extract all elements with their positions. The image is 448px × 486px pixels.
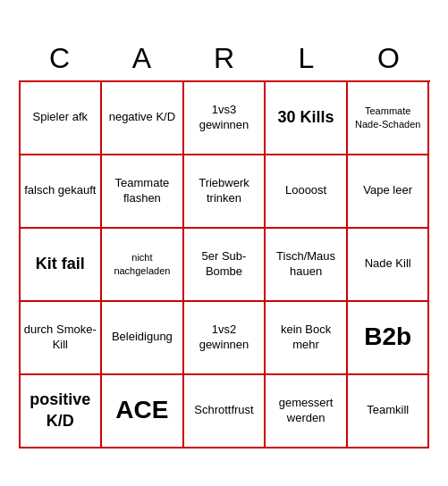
bingo-cell-19[interactable]: B2b bbox=[348, 302, 430, 375]
bingo-cell-0[interactable]: Spieler afk bbox=[21, 82, 103, 155]
bingo-cell-5[interactable]: falsch gekauft bbox=[21, 155, 103, 229]
bingo-cell-6[interactable]: Teammate flashen bbox=[102, 155, 184, 229]
bingo-cell-20[interactable]: positive K/D bbox=[21, 375, 103, 448]
bingo-cell-15[interactable]: durch Smoke-Kill bbox=[21, 302, 103, 375]
bingo-cell-4[interactable]: Teammate Nade-Schaden bbox=[348, 82, 430, 155]
bingo-grid: Spieler afknegative K/D1vs3 gewinnen30 K… bbox=[19, 80, 430, 448]
bingo-cell-24[interactable]: Teamkill bbox=[348, 375, 430, 448]
bingo-cell-22[interactable]: Schrottfrust bbox=[184, 375, 266, 448]
bingo-cell-21[interactable]: ACE bbox=[102, 375, 184, 448]
header-c: C bbox=[19, 38, 101, 79]
bingo-cell-13[interactable]: Tisch/Maus hauen bbox=[266, 229, 348, 302]
header-o: O bbox=[348, 38, 430, 79]
bingo-cell-8[interactable]: Loooost bbox=[266, 155, 348, 229]
bingo-cell-16[interactable]: Beleidigung bbox=[102, 302, 184, 375]
header-r: R bbox=[183, 38, 266, 79]
bingo-cell-1[interactable]: negative K/D bbox=[102, 82, 184, 155]
bingo-cell-23[interactable]: gemessert werden bbox=[266, 375, 348, 448]
bingo-cell-11[interactable]: nicht nachgeladen bbox=[102, 229, 184, 302]
bingo-card: C A R L O Spieler afknegative K/D1vs3 ge… bbox=[10, 29, 439, 457]
bingo-cell-14[interactable]: Nade Kill bbox=[348, 229, 430, 302]
bingo-cell-2[interactable]: 1vs3 gewinnen bbox=[184, 82, 266, 155]
bingo-cell-18[interactable]: kein Bock mehr bbox=[266, 302, 348, 375]
bingo-cell-17[interactable]: 1vs2 gewinnen bbox=[184, 302, 266, 375]
bingo-cell-7[interactable]: Triebwerk trinken bbox=[184, 155, 266, 229]
bingo-cell-9[interactable]: Vape leer bbox=[348, 155, 430, 229]
bingo-cell-3[interactable]: 30 Kills bbox=[266, 82, 348, 155]
header-a: A bbox=[101, 38, 183, 79]
header-l: L bbox=[266, 38, 348, 79]
bingo-header: C A R L O bbox=[19, 38, 430, 79]
bingo-cell-10[interactable]: Kit fail bbox=[21, 229, 103, 302]
bingo-cell-12[interactable]: 5er Sub-Bombe bbox=[184, 229, 266, 302]
